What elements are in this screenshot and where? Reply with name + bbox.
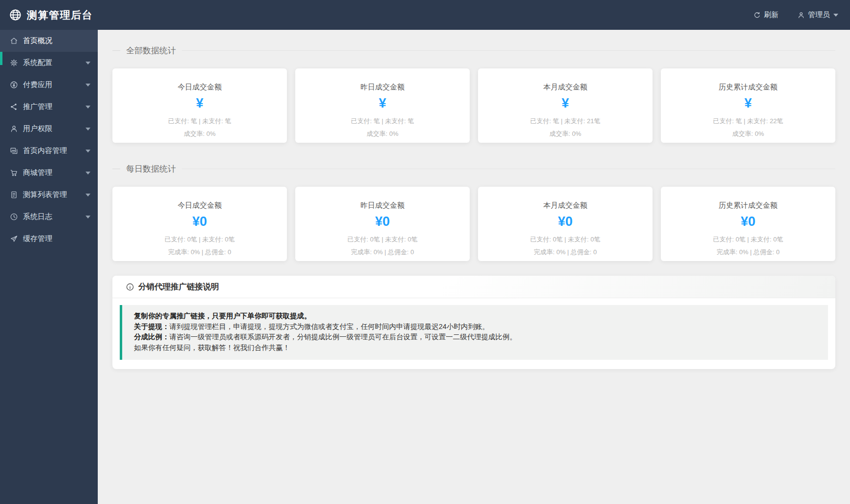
stat-card-title: 昨日成交金额 [295,201,470,210]
notice-line-text: 请到提现管理栏目，申请提现，提现方式为微信或者支付宝，任何时间内申请提现最迟24… [170,323,489,330]
sidebar-item-label: 用户权限 [23,124,52,133]
home-icon [10,37,18,45]
stat-card-title: 今日成交金额 [112,83,287,92]
notice-text-block: 复制你的专属推广链接，只要用户下单你即可获取提成。关于提现：请到提现管理栏目，申… [120,305,828,360]
stat-card-title: 历史累计成交金额 [661,83,835,92]
user-menu-button[interactable]: 管理员 [797,10,838,20]
send-icon [10,235,18,243]
stat-card-detail: 已支付: 笔 | 未支付: 笔 [295,117,470,126]
stat-card-detail: 已支付: 0笔 | 未支付: 0笔 [478,235,653,244]
divider-line [182,50,835,51]
stats-sections: 全部数据统计今日成交金额¥已支付: 笔 | 未支付: 笔成交率: 0%昨日成交金… [112,45,835,261]
stat-card: 昨日成交金额¥已支付: 笔 | 未支付: 笔成交率: 0% [295,68,470,143]
notice-panel: 分销代理推广链接说明 复制你的专属推广链接，只要用户下单你即可获取提成。关于提现… [112,276,835,369]
sidebar-item[interactable]: 系统日志 [0,206,98,228]
chevron-down-icon [86,128,90,131]
section-header: 每日数据统计 [112,163,835,175]
sidebar-item-label: 首页概况 [23,36,52,45]
stat-card: 今日成交金额¥0已支付: 0笔 | 未支付: 0笔完成率: 0% | 总佣金: … [112,187,287,261]
notice-line: 关于提现：请到提现管理栏目，申请提现，提现方式为微信或者支付宝，任何时间内申请提… [134,322,816,332]
stat-card-amount: ¥0 [478,214,653,229]
sidebar-item-label: 系统日志 [23,212,52,221]
divider-line [112,169,120,169]
stat-card-detail: 完成率: 0% | 总佣金: 0 [478,248,653,257]
notice-line-bold: 复制你的专属推广链接，只要用户下单你即可获取提成。 [134,312,311,320]
stat-card-amount: ¥ [112,96,287,111]
sidebar-menu: 首页概况系统配置付费应用推广管理用户权限首页内容管理商城管理测算列表管理系统日志… [0,30,98,250]
sidebar-item[interactable]: 系统配置 [0,52,98,74]
stat-card-amount: ¥0 [295,214,470,229]
stats-section: 每日数据统计今日成交金额¥0已支付: 0笔 | 未支付: 0笔完成率: 0% |… [112,163,835,261]
stat-card-detail: 已支付: 0笔 | 未支付: 0笔 [661,235,835,244]
stat-card: 本月成交金额¥0已支付: 0笔 | 未支付: 0笔完成率: 0% | 总佣金: … [478,187,653,261]
chevron-down-icon [86,172,90,175]
stat-card-amount: ¥ [295,96,470,111]
content-icon [10,147,18,155]
sidebar-item[interactable]: 缓存管理 [0,228,98,250]
topbar-actions: 刷新 管理员 [753,10,838,20]
chevron-down-icon [86,194,90,197]
refresh-button[interactable]: 刷新 [753,10,779,20]
stat-cards-row: 今日成交金额¥0已支付: 0笔 | 未支付: 0笔完成率: 0% | 总佣金: … [112,187,835,261]
stat-card-title: 历史累计成交金额 [661,201,835,210]
brand: 测算管理后台 [9,8,93,22]
app-title: 测算管理后台 [27,8,93,22]
chevron-down-icon [86,150,90,153]
sidebar-item[interactable]: 用户权限 [0,118,98,140]
sidebar-item-label: 商城管理 [23,168,52,177]
sidebar-item[interactable]: 测算列表管理 [0,184,98,206]
stat-card-detail: 已支付: 笔 | 未支付: 笔 [112,117,287,126]
stat-card: 昨日成交金额¥0已支付: 0笔 | 未支付: 0笔完成率: 0% | 总佣金: … [295,187,470,261]
sidebar-item[interactable]: 付费应用 [0,74,98,96]
stat-card-detail: 成交率: 0% [661,130,835,138]
sidebar-item[interactable]: 首页概况 [0,30,98,52]
gear-icon [10,59,18,67]
list-icon [10,191,18,199]
topbar: 测算管理后台 刷新 管理员 [0,0,850,30]
stat-card: 历史累计成交金额¥已支付: 笔 | 未支付: 22笔成交率: 0% [661,68,835,143]
globe-icon [9,8,22,22]
sidebar-item-label: 推广管理 [23,102,52,111]
sidebar-item-label: 缓存管理 [23,234,52,243]
clock-icon [10,213,18,221]
stat-card-detail: 已支付: 笔 | 未支付: 22笔 [661,117,835,126]
sidebar-item[interactable]: 商城管理 [0,162,98,184]
stat-card-detail: 完成率: 0% | 总佣金: 0 [295,248,470,257]
sidebar-item[interactable]: 推广管理 [0,96,98,118]
section-title: 每日数据统计 [126,163,176,175]
stat-card-detail: 完成率: 0% | 总佣金: 0 [661,248,835,257]
notice-line-text: 如果你有任何疑问，获取解答！祝我们合作共赢！ [134,344,290,351]
section-title: 全部数据统计 [126,45,176,56]
stat-card-amount: ¥0 [112,214,287,229]
main-content: 全部数据统计今日成交金额¥已支付: 笔 | 未支付: 笔成交率: 0%昨日成交金… [98,30,850,504]
refresh-label: 刷新 [764,10,779,20]
sidebar: 首页概况系统配置付费应用推广管理用户权限首页内容管理商城管理测算列表管理系统日志… [0,30,98,504]
notice-line: 复制你的专属推广链接，只要用户下单你即可获取提成。 [134,311,816,322]
notice-line-bold: 分成比例： [134,333,170,341]
section-header: 全部数据统计 [112,45,835,56]
stat-card-detail: 成交率: 0% [112,130,287,138]
notice-line: 分成比例：请咨询一级管理员或者联系源码开发者，分销提成比例一级管理员可在后台设置… [134,332,816,343]
stat-card: 历史累计成交金额¥0已支付: 0笔 | 未支付: 0笔完成率: 0% | 总佣金… [661,187,835,261]
share-icon [10,103,18,111]
chevron-down-icon [833,14,838,17]
stat-card: 今日成交金额¥已支付: 笔 | 未支付: 笔成交率: 0% [112,68,287,143]
sidebar-item-label: 付费应用 [23,80,52,89]
stat-card-detail: 成交率: 0% [478,130,653,138]
stat-card-detail: 已支付: 0笔 | 未支付: 0笔 [112,235,287,244]
divider-line [182,169,835,169]
chevron-down-icon [86,62,90,65]
sidebar-item[interactable]: 首页内容管理 [0,140,98,162]
stat-card-amount: ¥ [478,96,653,111]
sidebar-item-label: 系统配置 [23,58,52,67]
chevron-down-icon [86,216,90,219]
notice-line-bold: 关于提现： [134,323,170,330]
stat-card-detail: 成交率: 0% [295,130,470,138]
notice-title: 分销代理推广链接说明 [138,282,219,292]
stat-card: 本月成交金额¥已支付: 笔 | 未支付: 21笔成交率: 0% [478,68,653,143]
stat-card-title: 昨日成交金额 [295,83,470,92]
stats-section: 全部数据统计今日成交金额¥已支付: 笔 | 未支付: 笔成交率: 0%昨日成交金… [112,45,835,143]
divider-line [112,50,120,51]
stat-card-title: 本月成交金额 [478,201,653,210]
stat-cards-row: 今日成交金额¥已支付: 笔 | 未支付: 笔成交率: 0%昨日成交金额¥已支付:… [112,68,835,143]
